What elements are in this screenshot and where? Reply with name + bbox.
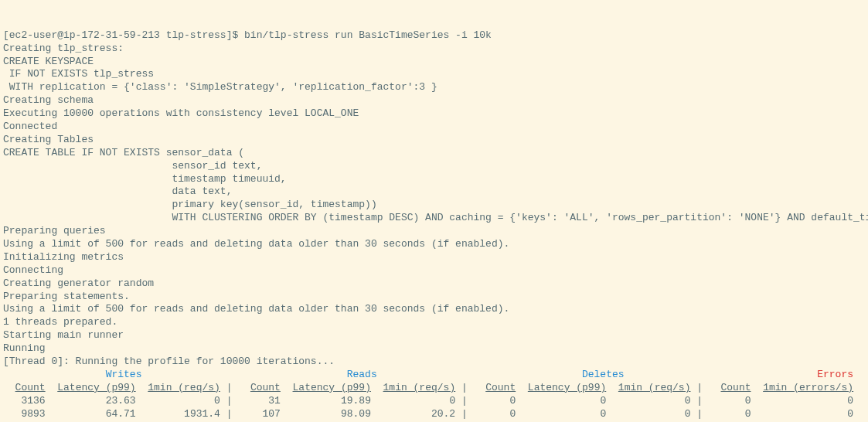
output-line: CREATE TABLE IF NOT EXISTS sensor_data ( (3, 147, 865, 160)
cell: 0 (745, 408, 751, 420)
output-line: WITH CLUSTERING ORDER BY (timestamp DESC… (3, 212, 865, 225)
col-errors: 1min (errors/s) (763, 382, 853, 393)
cell: 31 (268, 395, 281, 407)
cell: 107 (263, 408, 281, 420)
data-row: 9893 64.71 1931.4 | 107 98.09 20.2 | 0 0… (3, 408, 865, 421)
output-line: Starting main runner (3, 329, 865, 342)
output-line: sensor_id text, (3, 160, 865, 173)
col-count: Count (721, 382, 751, 393)
cell: 98.09 (341, 408, 371, 420)
output-line: data text, (3, 185, 865, 199)
output-line: Executing 10000 operations with consiste… (3, 107, 865, 121)
output-line: Using a limit of 500 for reads and delet… (3, 303, 865, 316)
cell: 23.63 (106, 395, 136, 407)
deletes-header: Deletes (582, 369, 625, 380)
output-line: Using a limit of 500 for reads and delet… (3, 238, 865, 251)
cell: 64.71 (106, 408, 136, 420)
cell: 0 (214, 395, 220, 407)
col-latency: Latency (p99) (528, 382, 606, 393)
cell: 0 (847, 395, 853, 407)
cell: 19.89 (341, 395, 371, 407)
col-count: Count (15, 382, 46, 393)
cell: 20.2 (431, 408, 455, 420)
output-line: IF NOT EXISTS tlp_stress (3, 68, 865, 81)
writes-header: Writes (106, 369, 142, 380)
output-line: 1 threads prepared. (3, 316, 865, 329)
output-line: Preparing statements. (3, 291, 865, 304)
col-req: 1min (req/s) (383, 382, 456, 393)
cell: 0 (685, 395, 691, 407)
cell: 1931.4 (184, 408, 220, 420)
col-req: 1min (req/s) (148, 382, 220, 393)
cell: 0 (509, 395, 516, 407)
output-line: WITH replication = {'class': 'SimpleStra… (3, 81, 865, 94)
cell: 0 (685, 408, 691, 420)
output-line: Creating schema (3, 94, 865, 107)
section-header-row: Writes Reads Deletes Errors (3, 369, 865, 382)
output-line: primary key(sensor_id, timestamp)) (3, 199, 865, 212)
output-line: Creating generator random (3, 277, 865, 291)
errors-header: Errors (817, 369, 853, 380)
output-line: Connected (3, 121, 865, 134)
output-line: Creating tlp_stress: (3, 43, 865, 56)
data-row: 3136 23.63 0 | 31 19.89 0 | 0 0 0 | 0 0 (3, 395, 865, 408)
cell: 0 (847, 408, 853, 420)
col-req: 1min (req/s) (618, 382, 691, 393)
cell: 0 (449, 395, 455, 407)
col-latency: Latency (p99) (293, 382, 371, 393)
col-count: Count (485, 382, 516, 393)
output-line: Creating Tables (3, 134, 865, 147)
output-line: Initializing metrics (3, 251, 865, 264)
cell: 0 (745, 395, 751, 407)
col-latency: Latency (p99) (57, 382, 135, 393)
col-count: Count (250, 382, 281, 393)
output-line: CREATE KEYSPACE (3, 56, 865, 69)
output-line: Connecting (3, 264, 865, 277)
cell: 9893 (21, 408, 45, 420)
terminal-prompt: [ec2-user@ip-172-31-59-213 tlp-stress]$ … (3, 29, 865, 43)
output-line: Running (3, 342, 865, 356)
output-line: Preparing queries (3, 225, 865, 238)
cell: 0 (600, 408, 606, 420)
cell: 3136 (21, 395, 45, 407)
output-line: timestamp timeuuid, (3, 173, 865, 186)
cell: 0 (600, 395, 606, 407)
column-header-row: Count Latency (p99) 1min (req/s) | Count… (3, 382, 865, 395)
reads-header: Reads (347, 369, 377, 380)
output-line: [Thread 0]: Running the profile for 1000… (3, 356, 865, 369)
cell: 0 (509, 408, 516, 420)
